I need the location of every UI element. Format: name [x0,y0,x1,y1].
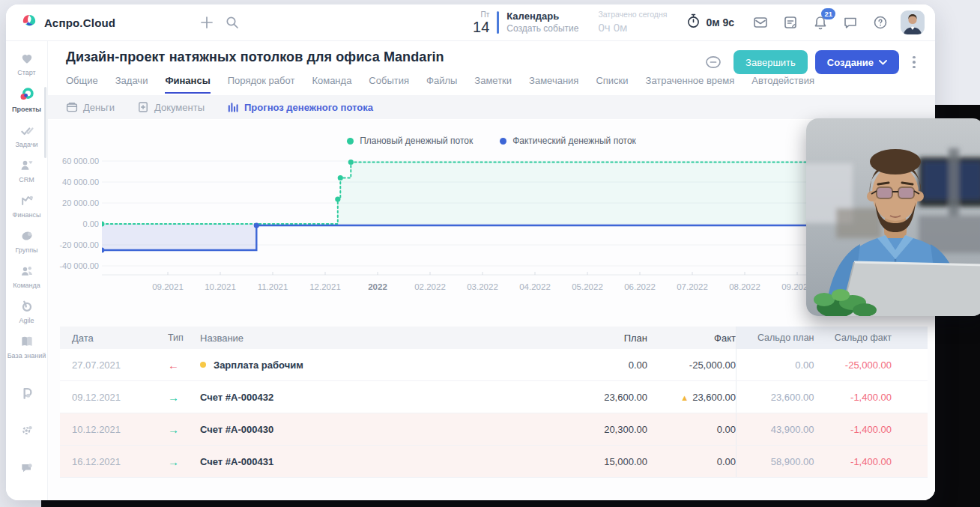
table-row[interactable]: 10.12.2021 → Счет #A-000430 20,300.00 0.… [60,413,928,446]
tab-файлы[interactable]: Файлы [426,75,457,92]
subtab-прогноз-денежного-потока[interactable]: Прогноз денежного потока [227,101,373,113]
chart-legend: Плановый денежный потокФактический денеж… [48,136,935,146]
create-button[interactable]: Создание [815,50,899,74]
calendar-date[interactable]: Пт 14 [473,11,489,34]
cell-date: 16.12.2021 [60,456,168,467]
cell-name[interactable]: Зарплата рабочим [196,359,535,371]
sidebar-item-финансы[interactable]: Финансы [7,193,46,219]
sidebar: Старт Проекты Задачи CRM Финансы Группы … [6,40,48,500]
cell-fact: -25,000.00 [647,359,736,371]
tab-порядок-работ[interactable]: Порядок работ [228,75,295,92]
x-axis-tick: 04.2022 [509,282,561,291]
sidebar-chat-bubble-icon[interactable] [19,461,34,479]
search-button[interactable] [220,10,245,35]
incoming-arrow-icon: → [168,455,179,468]
tab-затраченное-время[interactable]: Затраченное время [646,75,735,92]
x-axis-tick: 02.2022 [404,282,456,291]
mail-icon[interactable] [748,10,773,35]
copy-link-icon[interactable] [701,49,726,75]
tab-заметки[interactable]: Заметки [474,75,512,92]
app-screenshot: Аспро.Cloud Пт 14 Календарь Создать собы… [0,0,980,507]
x-axis-tick: 06.2022 [614,282,666,291]
cell-plan: 15,000.00 [535,456,647,467]
finance-subtabs: ДеньгиДокументыПрогноз денежного потока [48,95,935,119]
cell-plan: 23,600.00 [535,392,647,403]
notifications-bell-icon[interactable]: 21 [808,10,833,35]
sidebar-item-crm[interactable]: CRM [7,158,46,183]
video-call-participant[interactable] [806,118,980,316]
x-axis-tick: 03.2022 [456,282,509,291]
tab-списки[interactable]: Списки [596,75,628,92]
team-icon [19,264,34,279]
subtab-документы[interactable]: Документы [137,101,205,113]
y-axis-tick: 0.00 [52,219,99,228]
y-axis-tick: 60 000.00 [52,157,99,166]
col-date: Дата [60,333,168,344]
tab-события[interactable]: События [369,75,409,92]
table-row[interactable]: 27.07.2021 ← Зарплата рабочим 0.00 -25,0… [60,349,928,381]
project-tabs: ОбщиеЗадачиФинансыПорядок работКомандаСо… [66,75,917,95]
table-header-row: Дата Тип Название План Факт Сальдо план … [60,327,928,349]
cell-name[interactable]: Счет #A-000432 [196,392,535,403]
x-axis-tick: 08.2022 [719,282,771,291]
outgoing-arrow-icon: ← [168,359,179,371]
sidebar-item-задачи[interactable]: Задачи [7,123,46,148]
table-row[interactable]: 16.12.2021 → Счет #A-000431 15,000.00 0.… [60,446,928,478]
calendar-divider [497,11,499,34]
quick-add-button[interactable] [194,10,220,35]
create-button-label: Создание [827,57,874,68]
finish-button[interactable]: Завершить [734,50,808,74]
more-options-kebab-icon[interactable] [907,50,922,74]
x-axis-tick: 2022 [351,282,404,291]
x-axis-tick: 11.2021 [246,282,299,291]
sidebar-aspro-p-icon[interactable] [19,386,34,404]
sidebar-scrollbar[interactable] [44,87,46,158]
stopwatch-icon [686,13,701,31]
document-icon [137,101,149,113]
content: Плановый денежный потокФактический денеж… [48,120,935,500]
reports-icon[interactable] [778,10,803,35]
calendar-title: Календарь [506,10,578,22]
col-plan: План [535,333,647,344]
help-icon[interactable] [868,10,893,35]
cell-date: 09.12.2021 [60,392,168,403]
cell-plan: 20,300.00 [535,424,647,435]
legend-dot [347,138,354,145]
cell-name[interactable]: Счет #A-000431 [196,456,535,467]
table-row[interactable]: 09.12.2021 → Счет #A-000432 23,600.00 ▲2… [60,381,928,413]
time-spent-label: Затрачено сегодня [598,10,667,20]
sidebar-items: Старт Проекты Задачи CRM Финансы Группы … [7,51,46,369]
sidebar-item-команда[interactable]: Команда [7,264,46,289]
cell-name[interactable]: Счет #A-000430 [196,424,535,435]
tab-замечания[interactable]: Замечания [529,75,578,92]
groups-icon [19,228,34,243]
tab-команда[interactable]: Команда [312,75,351,92]
tasks-icon [19,123,34,138]
cell-saldo-fact: -25,000.00 [814,359,892,371]
tab-автодействия[interactable]: Автодействия [751,75,814,92]
create-event-link[interactable]: Создать событие [506,23,578,34]
sidebar-item-база-знаний[interactable]: База знаний [7,334,46,359]
sidebar-item-группы[interactable]: Группы [7,228,46,254]
status-dot [200,362,206,368]
sidebar-item-старт[interactable]: Старт [7,51,46,76]
legend-item[interactable]: Плановый денежный поток [347,136,473,146]
chart-plot[interactable] [102,155,929,284]
sidebar-gear-icon[interactable] [19,423,34,441]
tab-задачи[interactable]: Задачи [115,75,148,92]
legend-item[interactable]: Фактический денежный поток [500,136,636,146]
brand[interactable]: Аспро.Cloud [21,13,115,32]
timer-widget[interactable]: 0м 9с [686,13,734,31]
x-axis-tick: 05.2022 [561,282,614,291]
crm-icon [19,158,34,173]
tab-общие[interactable]: Общие [66,75,98,92]
chat-icon[interactable] [838,10,863,35]
tab-финансы[interactable]: Финансы [165,75,210,94]
sidebar-item-проекты[interactable]: Проекты [7,86,46,113]
calendar-widget[interactable]: Календарь Создать событие [506,10,578,34]
subtab-деньги[interactable]: Деньги [66,101,115,113]
cell-date: 27.07.2021 [60,359,168,371]
user-avatar[interactable] [901,10,925,34]
day-number: 14 [473,19,489,34]
sidebar-item-agile[interactable]: Agile [7,299,46,324]
